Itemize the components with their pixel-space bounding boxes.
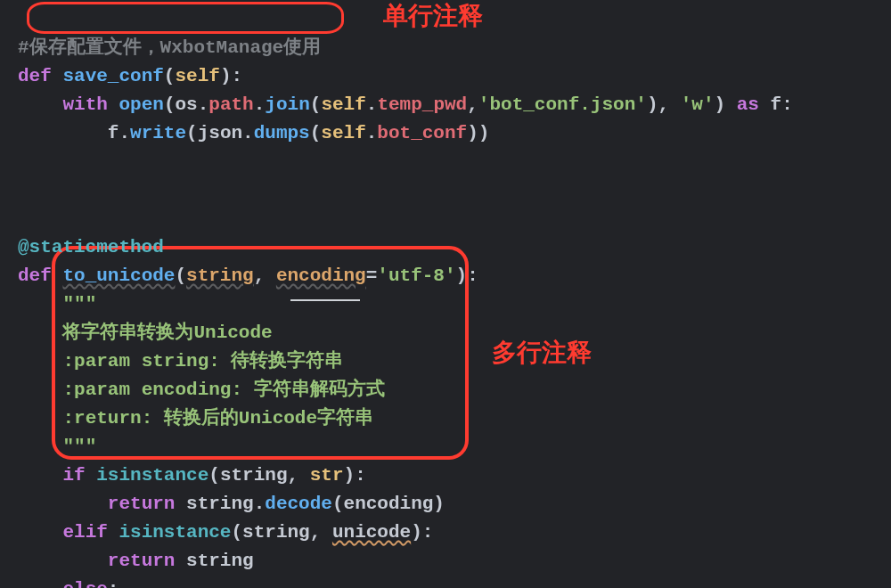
docstring-close: """ (62, 437, 96, 457)
kw-return: return (108, 551, 176, 571)
self-param: self (175, 66, 219, 86)
comment-line: #保存配置文件，WxbotManage使用 (18, 37, 321, 58)
decorator: @staticmethod (18, 237, 164, 257)
docstring-line: 将字符串转换为Unicode (62, 323, 272, 343)
unicode-symbol: unicode (332, 522, 411, 543)
docstring-line: :param string: 待转换字符串 (62, 351, 343, 372)
fn-name: to_unicode (62, 265, 175, 286)
kw-if: if (62, 465, 85, 486)
kw-elif: elif (62, 522, 107, 543)
call-open: open (119, 94, 163, 115)
docstring-line: :param encoding: 字符串解码方式 (62, 380, 384, 400)
kw-with: with (62, 94, 107, 115)
kw-else: else (62, 579, 107, 588)
kw-return: return (108, 494, 176, 514)
str-literal: 'w' (681, 94, 715, 115)
kw-def: def (18, 66, 52, 86)
code-block: #保存配置文件，WxbotManage使用 def save_conf(self… (18, 5, 793, 588)
docstring-open: """ (62, 294, 96, 314)
kw-def: def (18, 265, 52, 286)
call-isinstance: isinstance (96, 465, 208, 486)
str-literal: 'bot_conf.json' (478, 94, 647, 115)
fn-name: save_conf (62, 66, 163, 86)
docstring-line: :return: 转换后的Unicode字符串 (62, 408, 373, 429)
